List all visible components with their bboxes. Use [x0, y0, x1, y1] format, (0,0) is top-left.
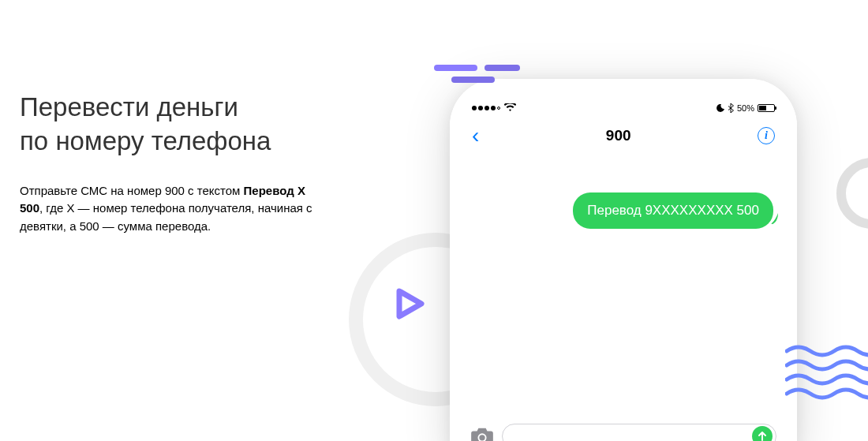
decoration-arc-icon	[836, 158, 868, 229]
page-title: Перевести деньги по номеру телефона	[20, 91, 324, 159]
bluetooth-icon	[728, 103, 734, 113]
decoration-bars-icon	[434, 65, 521, 85]
decoration-waves-icon	[785, 345, 868, 402]
messages-area: Перевод 9XXXXXXXXX 500	[466, 153, 781, 421]
description-pre: Отправьте СМС на номер 900 с текстом	[20, 184, 244, 197]
nav-bar: ‹ 900 i	[466, 118, 781, 153]
decoration-play-icon	[395, 288, 426, 320]
back-chevron-icon[interactable]: ‹	[472, 125, 479, 147]
phone-mockup: 50% ‹ 900 i Перевод 9XXXXXXXXX 500	[450, 79, 797, 441]
battery-percent: 50%	[737, 103, 754, 113]
signal-icon	[472, 106, 500, 110]
message-text: Перевод 9XXXXXXXXX 500	[587, 203, 759, 218]
status-left	[472, 103, 516, 112]
input-bar	[466, 421, 781, 441]
svg-rect-1	[485, 65, 520, 71]
svg-point-4	[479, 435, 485, 440]
wifi-icon	[504, 103, 516, 112]
illustration-panel: 50% ‹ 900 i Перевод 9XXXXXXXXX 500	[347, 0, 868, 441]
moon-icon	[716, 104, 724, 112]
camera-icon[interactable]	[470, 427, 494, 441]
status-bar: 50%	[466, 95, 781, 117]
svg-rect-0	[434, 65, 477, 71]
description-post: , где X — номер телефона получателя, нач…	[20, 201, 312, 233]
send-button[interactable]	[752, 426, 773, 441]
message-input[interactable]	[502, 424, 776, 441]
description: Отправьте СМС на номер 900 с текстом Пер…	[20, 182, 324, 236]
arrow-up-icon	[757, 431, 768, 441]
battery-icon	[758, 104, 775, 112]
instructions-panel: Перевести деньги по номеру телефона Отпр…	[0, 0, 347, 441]
sent-message-bubble: Перевод 9XXXXXXXXX 500	[573, 192, 773, 229]
info-icon[interactable]: i	[758, 127, 775, 144]
nav-title: 900	[606, 127, 631, 144]
svg-rect-2	[451, 77, 495, 83]
status-right: 50%	[716, 103, 775, 113]
